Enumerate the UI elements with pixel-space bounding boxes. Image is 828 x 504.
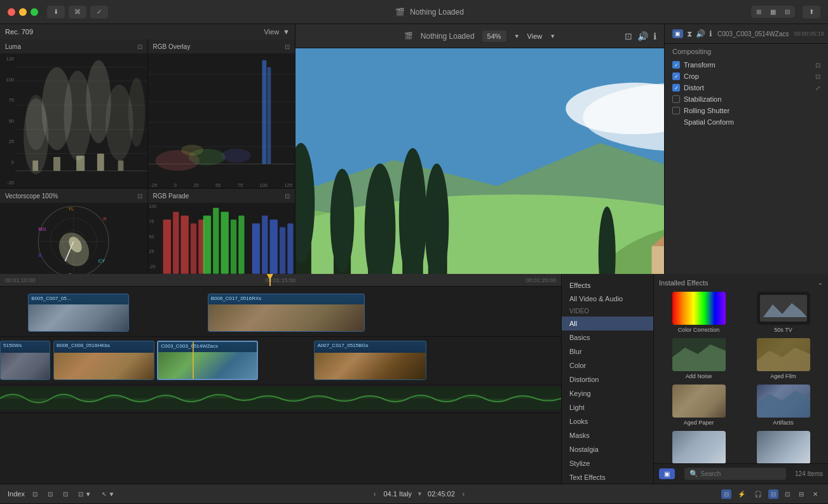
transform-checkbox[interactable]: ✓ (672, 61, 680, 69)
distort-expand-icon[interactable]: ⤢ (815, 85, 820, 92)
tl-next-btn[interactable]: › (460, 489, 467, 499)
effects-cat-text-effects[interactable]: Text Effects (562, 470, 653, 484)
tl-btn-1[interactable]: ⊡ (30, 489, 40, 499)
effects-video-button[interactable]: ▣ (659, 468, 675, 479)
playhead[interactable] (269, 274, 271, 286)
audio-clip[interactable] (0, 387, 561, 410)
tv-svg (757, 292, 810, 325)
svg-rect-57 (287, 224, 293, 274)
layout-btn-2[interactable]: ▦ (766, 7, 780, 17)
key-icon[interactable]: ⌘ (69, 6, 86, 18)
clip-b006-rxs[interactable]: B006_C017_0516RXs (208, 294, 365, 332)
clip-b005[interactable]: B005_C007_05... (28, 294, 129, 332)
tl-headphone-btn[interactable]: 🎧 (752, 489, 764, 499)
effects-cat-color[interactable]: Color (562, 358, 653, 372)
stabilization-checkbox[interactable] (672, 95, 680, 103)
rgb-parade-export-icon[interactable]: ⊡ (285, 193, 290, 200)
rolling-shutter-label: Rolling Shutter (684, 107, 730, 114)
tl-clip-btn[interactable]: ⊡ (782, 489, 792, 499)
search-input[interactable] (701, 470, 781, 477)
effects-title: Effects (562, 279, 653, 292)
fullscreen-button[interactable] (31, 8, 38, 16)
layout-btn-1[interactable]: ⊞ (752, 7, 765, 17)
video-icon[interactable]: ▣ (672, 29, 683, 38)
info-inspector-icon[interactable]: ℹ (709, 29, 712, 38)
viewer-audio-icon[interactable]: 🔊 (637, 31, 648, 41)
minimize-button[interactable] (19, 8, 27, 16)
tl-btn-4[interactable]: ⊡ ▼ (76, 489, 94, 499)
effect-50s-tv-thumb (757, 292, 810, 325)
tl-select-tool[interactable]: ↖ ▼ (99, 489, 118, 499)
effects-cat-stylize[interactable]: Stylize (562, 456, 653, 470)
clip-a007[interactable]: A007_C017_0515BGs (314, 341, 426, 380)
rolling-shutter-checkbox[interactable] (672, 107, 680, 114)
effect-aged-paper[interactable]: Aged Paper (659, 385, 738, 426)
tl-btn-3[interactable]: ⊡ (60, 489, 71, 499)
effects-cat-masks[interactable]: Masks (562, 428, 653, 442)
effect-50s-tv[interactable]: 50s TV (743, 292, 823, 333)
effects-cat-all[interactable]: All (562, 317, 653, 330)
clip-5150ws[interactable]: 5150Ws (0, 341, 50, 380)
download-icon[interactable]: ⬇ (47, 6, 65, 18)
check-icon[interactable]: ✓ (90, 6, 108, 18)
filter-icon[interactable]: ⧗ (687, 29, 692, 38)
effects-search-bar[interactable]: 🔍 (684, 468, 786, 480)
clip-b006-hkbs-thumb (54, 353, 154, 379)
effect-extra-2[interactable] (743, 431, 823, 463)
export-icon[interactable]: ⬆ (803, 6, 820, 18)
vectorscope-export-icon[interactable]: ⊡ (137, 193, 142, 200)
tl-zoom-btn[interactable]: ⊟ (768, 489, 778, 499)
effects-cat-keying[interactable]: Keying (562, 386, 653, 400)
effect-add-noise-label: Add Noise (686, 373, 712, 379)
view-button[interactable]: View (527, 32, 543, 40)
tl-zoom-out[interactable]: ⊟ (721, 489, 731, 499)
clip-c003-selected[interactable]: C003_C003_0514WZacs (157, 341, 258, 380)
inspector-stabilization-left: Stabilization (672, 95, 721, 103)
view-button[interactable]: View (264, 28, 279, 36)
audio-inspector-icon[interactable]: 🔊 (696, 29, 705, 38)
effects-cat-basics[interactable]: Basics (562, 330, 653, 344)
svg-text:CY: CY (98, 258, 105, 264)
rgb-overlay-svg (148, 53, 295, 188)
tl-close-btn[interactable]: ✕ (810, 489, 820, 499)
titlebar-center: 🎬 Nothing Loaded (395, 8, 464, 17)
viewer-info-icon[interactable]: ℹ (653, 31, 656, 41)
rgb-overlay-panel: RGB Overlay ⊡ (148, 39, 295, 188)
effect-color-correction[interactable]: Color Correction (659, 292, 738, 333)
crop-expand-icon[interactable]: ⊡ (815, 73, 820, 80)
effects-cat-all-video[interactable]: All Video & Audio (562, 292, 653, 306)
effect-artifacts[interactable]: Artifacts (743, 385, 823, 426)
layout-btn-3[interactable]: ⊟ (781, 7, 794, 17)
tl-prev-btn[interactable]: ‹ (371, 489, 378, 499)
index-tab[interactable]: Index (8, 490, 25, 498)
effect-aged-paper-thumb (672, 385, 726, 418)
inspector-distort-left: ✓ Distort (672, 84, 704, 92)
traffic-lights: ⬇ ⌘ ✓ (8, 6, 108, 18)
tl-expand-btn[interactable]: ⊟ (796, 489, 806, 499)
rgb-overlay-export-icon[interactable]: ⊡ (285, 43, 290, 50)
zoom-button[interactable]: 54% (482, 31, 506, 42)
view-chevron-icon: ▼ (283, 28, 290, 36)
transform-expand-icon[interactable]: ⊡ (815, 62, 820, 69)
effect-add-noise[interactable]: Add Noise (659, 338, 738, 379)
clip-b006-hkbs[interactable]: B006_C008_0516HKbs (53, 341, 154, 380)
svg-rect-51 (231, 219, 236, 273)
effects-cat-blur[interactable]: Blur (562, 344, 653, 358)
effect-extra-1[interactable] (659, 431, 738, 463)
viewer-scope-icon[interactable]: ⊡ (625, 31, 632, 41)
timeline[interactable]: 00:01:10:00 00:01:15:00 00:01:20:00 B005… (0, 274, 561, 484)
effects-cat-looks[interactable]: Looks (562, 414, 653, 428)
effect-color-correction-label: Color Correction (678, 327, 720, 333)
luma-export-icon[interactable]: ⊡ (137, 43, 142, 50)
effects-cat-nostalgia[interactable]: Nostalgia (562, 442, 653, 456)
effects-cat-distortion[interactable]: Distortion (562, 372, 653, 386)
svg-rect-45 (180, 215, 188, 274)
effects-cat-light[interactable]: Light (562, 400, 653, 414)
tl-audio-btn[interactable]: ⚡ (735, 489, 748, 499)
distort-checkbox[interactable]: ✓ (672, 84, 680, 92)
svg-rect-17 (118, 161, 124, 171)
effect-aged-film[interactable]: Aged Film (743, 338, 823, 379)
crop-checkbox[interactable]: ✓ (672, 72, 680, 80)
tl-btn-2[interactable]: ⊡ (45, 489, 55, 499)
close-button[interactable] (8, 8, 15, 16)
